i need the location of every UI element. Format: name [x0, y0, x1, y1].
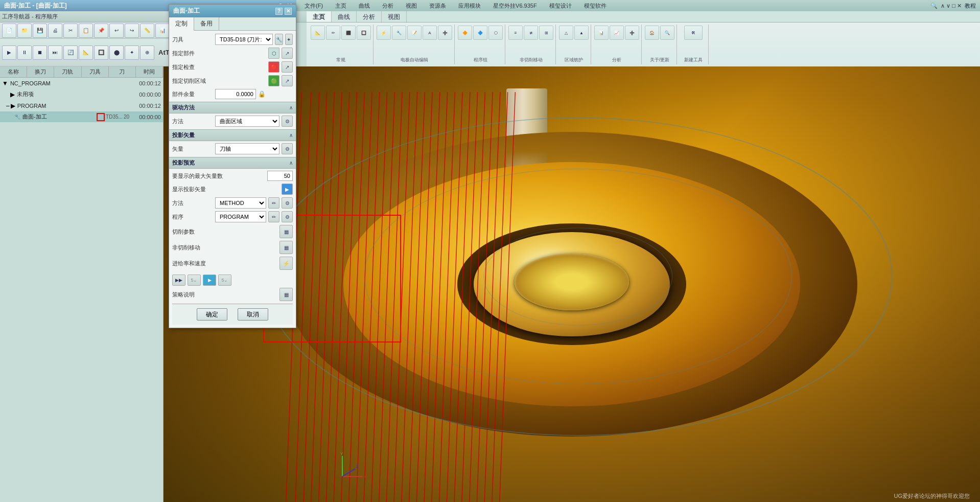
tb-cut[interactable]: ✂ — [63, 24, 78, 38]
tb-measure[interactable]: 📏 — [140, 24, 154, 38]
dialog-help-btn[interactable]: ? — [275, 8, 283, 15]
window-controls[interactable]: ∧ ∨ □ ✕ — [941, 3, 962, 9]
method-settings-btn[interactable]: ⚙ — [282, 116, 293, 127]
cut-params-btn[interactable]: ▦ — [279, 225, 293, 238]
dialog-close-btn[interactable]: ✕ — [285, 8, 292, 15]
strategy-btn[interactable]: ▦ — [279, 288, 293, 301]
expand-icon-program[interactable]: ▶ — [11, 102, 15, 109]
menu-modules[interactable]: 应用模块 — [454, 1, 485, 11]
rb-btn-8[interactable]: A — [423, 26, 437, 40]
tool-select[interactable]: TD35-D18 (刀片: — [215, 34, 273, 45]
small-btn-4[interactable]: 5⌄ — [218, 275, 231, 286]
menu-home[interactable]: 主页 — [331, 1, 351, 11]
tb2-7[interactable]: 🔲 — [94, 45, 108, 60]
part-margin-input[interactable] — [215, 89, 256, 99]
small-btn-2[interactable]: 5⌄ — [188, 275, 201, 286]
rb-btn-10[interactable]: 🔶 — [458, 26, 472, 40]
rb-btn-14[interactable]: ≢ — [524, 26, 538, 40]
ribbon-tab-analysis[interactable]: 分析 — [357, 11, 382, 22]
program-edit-btn[interactable]: ✏ — [268, 211, 279, 222]
assign-part-clear[interactable]: ↗ — [282, 48, 293, 59]
rb-btn-13[interactable]: ≡ — [508, 26, 523, 40]
ribbon-tab-home[interactable]: 主页 — [307, 11, 332, 22]
rb-btn-3[interactable]: ⬛ — [341, 26, 356, 40]
menu-resources[interactable]: 资源条 — [425, 1, 450, 11]
max-vectors-input[interactable] — [267, 171, 293, 181]
rb-btn-7[interactable]: 📝 — [407, 26, 422, 40]
tb2-9[interactable]: ✦ — [125, 45, 139, 60]
ribbon-tab-view[interactable]: 视图 — [382, 11, 407, 22]
rb-btn-11[interactable]: 🔷 — [473, 26, 487, 40]
vector-select[interactable]: 刀轴 — [215, 143, 279, 154]
tree-row-program[interactable]: – ▶ PROGRAM 00:00:12 — [0, 100, 163, 111]
tb2-6[interactable]: 📐 — [79, 45, 93, 60]
tb2-1[interactable]: ▶ — [2, 45, 16, 60]
expand-icon[interactable]: ▼ — [2, 80, 8, 87]
tutorials-label[interactable]: 教程 — [965, 2, 976, 10]
confirm-btn[interactable]: 确定 — [197, 308, 227, 321]
small-btn-3[interactable]: ▶ — [203, 275, 216, 286]
lock-icon[interactable]: 🔒 — [258, 90, 266, 98]
cancel-btn[interactable]: 取消 — [238, 308, 268, 321]
menu-software[interactable]: 模玺软件 — [580, 1, 611, 11]
vector-settings-btn[interactable]: ⚙ — [282, 143, 293, 154]
method2-edit-btn[interactable]: ✏ — [268, 197, 279, 209]
rb-btn-2[interactable]: ✏ — [326, 26, 340, 40]
feed-btn[interactable]: ⚡ — [279, 257, 293, 270]
rb-btn-9[interactable]: ➕ — [438, 26, 452, 40]
rb-btn-21[interactable]: 🏠 — [645, 26, 659, 40]
show-vectors-btn[interactable]: ▶ — [282, 184, 293, 195]
program-select[interactable]: PROGRAM — [215, 211, 266, 222]
rb-btn-20[interactable]: ➕ — [625, 26, 639, 40]
rb-btn-17[interactable]: ▲ — [574, 26, 589, 40]
menu-plugin[interactable]: 星空外挂V6.935F — [489, 1, 541, 11]
assign-part-btn[interactable]: ⬡ — [268, 48, 279, 59]
tb-copy[interactable]: 📋 — [79, 24, 93, 38]
method2-select[interactable]: METHOD — [215, 197, 266, 209]
tb-new[interactable]: 📄 — [2, 24, 16, 38]
tb2-3[interactable]: ⏹ — [33, 45, 47, 60]
tb-paste[interactable]: 📌 — [94, 24, 108, 38]
tab-custom[interactable]: 定制 — [169, 17, 194, 31]
non-cut-btn[interactable]: ▦ — [279, 241, 293, 254]
menu-view[interactable]: 视图 — [402, 1, 421, 11]
menu-curve[interactable]: 曲线 — [355, 1, 374, 11]
tb-save[interactable]: 💾 — [33, 24, 47, 38]
tool-library-btn[interactable]: 🔧 — [275, 34, 283, 45]
tb-redo[interactable]: ↪ — [125, 24, 139, 38]
menu-design[interactable]: 模玺设计 — [545, 1, 576, 11]
menu-file[interactable]: 文件(F) — [300, 1, 327, 11]
tree-row-nc-program[interactable]: ▼ NC_PROGRAM 00:00:12 — [0, 78, 163, 89]
proj-preview-section[interactable]: 投影预览 ∧ — [169, 157, 296, 169]
tb2-8[interactable]: ⬤ — [109, 45, 124, 60]
rb-btn-19[interactable]: 📈 — [610, 26, 624, 40]
small-btn-1[interactable]: ▶▶ — [172, 275, 185, 286]
rb-btn-16[interactable]: △ — [559, 26, 573, 40]
tb-open[interactable]: 📁 — [17, 24, 32, 38]
tb-analyze[interactable]: 📊 — [155, 24, 170, 38]
tb2-5[interactable]: 🔄 — [63, 45, 78, 60]
search-icon[interactable]: 🔍 — [930, 3, 938, 9]
rb-btn-23[interactable]: 🛠 — [684, 26, 703, 40]
method-select[interactable]: 曲面区域 — [215, 116, 279, 127]
tree-row-unused[interactable]: ▶ 未用项 00:00:00 — [0, 89, 163, 100]
assign-cut-clear[interactable]: ↗ — [282, 75, 293, 86]
rb-btn-12[interactable]: ⬡ — [488, 26, 503, 40]
assign-check-clear[interactable]: ↗ — [282, 61, 293, 73]
tb-undo[interactable]: ↩ — [109, 24, 124, 38]
assign-check-btn[interactable]: 🔴 — [268, 61, 279, 73]
tree-row-surface-machining[interactable]: 🔧 曲面-加工 TD35... 20 00:00:00 — [0, 111, 163, 123]
rb-btn-18[interactable]: 📊 — [594, 26, 609, 40]
drive-method-section[interactable]: 驱动方法 ∧ — [169, 102, 296, 113]
method2-settings-btn[interactable]: ⚙ — [282, 197, 293, 209]
program-settings-btn[interactable]: ⚙ — [282, 211, 293, 222]
rb-btn-5[interactable]: ⚡ — [377, 26, 391, 40]
menu-analysis[interactable]: 分析 — [378, 1, 398, 11]
projection-section[interactable]: 投影矢量 ∧ — [169, 129, 296, 141]
tb-print[interactable]: 🖨 — [48, 24, 62, 38]
tb2-2[interactable]: ⏸ — [17, 45, 32, 60]
tb2-10[interactable]: ⊕ — [140, 45, 154, 60]
expand-icon-unused[interactable]: ▶ — [10, 91, 15, 98]
ribbon-tab-curve[interactable]: 曲线 — [332, 11, 357, 22]
tool-create-btn[interactable]: ✦ — [285, 34, 293, 45]
